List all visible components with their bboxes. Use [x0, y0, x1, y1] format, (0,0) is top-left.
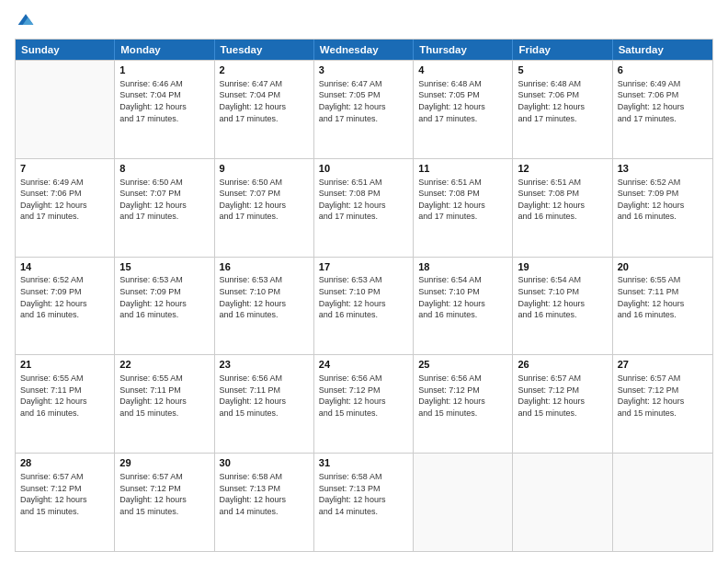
calendar-cell: 1Sunrise: 6:46 AM Sunset: 7:04 PM Daylig… — [115, 61, 214, 158]
day-number: 21 — [20, 358, 109, 372]
cell-info: Sunrise: 6:49 AM Sunset: 7:06 PM Dayligh… — [618, 78, 708, 124]
cell-info: Sunrise: 6:52 AM Sunset: 7:09 PM Dayligh… — [20, 274, 109, 320]
cell-info: Sunrise: 6:48 AM Sunset: 7:06 PM Dayligh… — [518, 78, 607, 124]
calendar-cell: 22Sunrise: 6:55 AM Sunset: 7:11 PM Dayli… — [115, 355, 214, 453]
calendar-cell — [16, 61, 115, 158]
weekday-header-thursday: Thursday — [414, 40, 513, 60]
calendar-cell: 16Sunrise: 6:53 AM Sunset: 7:10 PM Dayli… — [215, 258, 314, 355]
calendar-cell: 4Sunrise: 6:48 AM Sunset: 7:05 PM Daylig… — [414, 61, 513, 158]
cell-info: Sunrise: 6:58 AM Sunset: 7:13 PM Dayligh… — [319, 471, 408, 517]
calendar-cell: 14Sunrise: 6:52 AM Sunset: 7:09 PM Dayli… — [16, 258, 115, 355]
calendar-cell: 29Sunrise: 6:57 AM Sunset: 7:12 PM Dayli… — [115, 454, 214, 551]
cell-info: Sunrise: 6:57 AM Sunset: 7:12 PM Dayligh… — [119, 471, 209, 517]
calendar-cell: 18Sunrise: 6:54 AM Sunset: 7:10 PM Dayli… — [414, 258, 513, 355]
day-number: 18 — [418, 260, 507, 274]
calendar-cell: 21Sunrise: 6:55 AM Sunset: 7:11 PM Dayli… — [16, 355, 115, 453]
cell-info: Sunrise: 6:46 AM Sunset: 7:04 PM Dayligh… — [119, 78, 209, 124]
day-number: 28 — [20, 456, 109, 470]
day-number: 11 — [418, 162, 507, 176]
cell-info: Sunrise: 6:48 AM Sunset: 7:05 PM Dayligh… — [418, 78, 507, 124]
cell-info: Sunrise: 6:51 AM Sunset: 7:08 PM Dayligh… — [319, 177, 408, 223]
cell-info: Sunrise: 6:53 AM Sunset: 7:10 PM Dayligh… — [220, 274, 309, 320]
day-number: 16 — [220, 260, 309, 274]
calendar-cell: 27Sunrise: 6:57 AM Sunset: 7:12 PM Dayli… — [613, 355, 712, 453]
calendar-cell — [414, 454, 513, 551]
calendar-cell: 30Sunrise: 6:58 AM Sunset: 7:13 PM Dayli… — [215, 454, 314, 551]
page-header — [15, 11, 713, 29]
day-number: 2 — [220, 63, 309, 77]
day-number: 23 — [220, 358, 309, 372]
cell-info: Sunrise: 6:56 AM Sunset: 7:12 PM Dayligh… — [319, 373, 408, 419]
cell-info: Sunrise: 6:51 AM Sunset: 7:08 PM Dayligh… — [418, 177, 507, 223]
cell-info: Sunrise: 6:53 AM Sunset: 7:09 PM Dayligh… — [119, 274, 209, 320]
day-number: 25 — [418, 358, 507, 372]
calendar-cell — [613, 454, 712, 551]
cell-info: Sunrise: 6:57 AM Sunset: 7:12 PM Dayligh… — [518, 373, 607, 419]
calendar: SundayMondayTuesdayWednesdayThursdayFrid… — [15, 39, 713, 552]
calendar-cell: 23Sunrise: 6:56 AM Sunset: 7:11 PM Dayli… — [215, 355, 314, 453]
calendar-row-1: 7Sunrise: 6:49 AM Sunset: 7:06 PM Daylig… — [16, 158, 712, 257]
cell-info: Sunrise: 6:47 AM Sunset: 7:05 PM Dayligh… — [319, 78, 408, 124]
day-number: 15 — [119, 260, 209, 274]
day-number: 27 — [618, 358, 708, 372]
day-number: 30 — [220, 456, 309, 470]
day-number: 6 — [618, 63, 708, 77]
day-number: 17 — [319, 260, 408, 274]
cell-info: Sunrise: 6:53 AM Sunset: 7:10 PM Dayligh… — [319, 274, 408, 320]
cell-info: Sunrise: 6:57 AM Sunset: 7:12 PM Dayligh… — [20, 471, 109, 517]
calendar-row-3: 21Sunrise: 6:55 AM Sunset: 7:11 PM Dayli… — [16, 354, 712, 453]
day-number: 9 — [220, 162, 309, 176]
calendar-cell: 11Sunrise: 6:51 AM Sunset: 7:08 PM Dayli… — [414, 159, 513, 257]
day-number: 3 — [319, 63, 408, 77]
calendar-cell: 25Sunrise: 6:56 AM Sunset: 7:12 PM Dayli… — [414, 355, 513, 453]
calendar-row-2: 14Sunrise: 6:52 AM Sunset: 7:09 PM Dayli… — [16, 257, 712, 355]
calendar-cell: 8Sunrise: 6:50 AM Sunset: 7:07 PM Daylig… — [115, 159, 214, 257]
day-number: 5 — [518, 63, 607, 77]
calendar-row-0: 1Sunrise: 6:46 AM Sunset: 7:04 PM Daylig… — [16, 60, 712, 158]
day-number: 26 — [518, 358, 607, 372]
calendar-cell: 9Sunrise: 6:50 AM Sunset: 7:07 PM Daylig… — [215, 159, 314, 257]
day-number: 22 — [119, 358, 209, 372]
logo-icon — [17, 11, 35, 29]
cell-info: Sunrise: 6:54 AM Sunset: 7:10 PM Dayligh… — [418, 274, 507, 320]
cell-info: Sunrise: 6:52 AM Sunset: 7:09 PM Dayligh… — [618, 177, 708, 223]
cell-info: Sunrise: 6:55 AM Sunset: 7:11 PM Dayligh… — [119, 373, 209, 419]
calendar-header: SundayMondayTuesdayWednesdayThursdayFrid… — [16, 40, 712, 60]
weekday-header-tuesday: Tuesday — [215, 40, 314, 60]
cell-info: Sunrise: 6:54 AM Sunset: 7:10 PM Dayligh… — [518, 274, 607, 320]
calendar-cell: 12Sunrise: 6:51 AM Sunset: 7:08 PM Dayli… — [513, 159, 612, 257]
weekday-header-monday: Monday — [115, 40, 214, 60]
cell-info: Sunrise: 6:56 AM Sunset: 7:11 PM Dayligh… — [220, 373, 309, 419]
weekday-header-saturday: Saturday — [613, 40, 712, 60]
day-number: 13 — [618, 162, 708, 176]
calendar-cell: 6Sunrise: 6:49 AM Sunset: 7:06 PM Daylig… — [613, 61, 712, 158]
calendar-row-4: 28Sunrise: 6:57 AM Sunset: 7:12 PM Dayli… — [16, 453, 712, 551]
day-number: 24 — [319, 358, 408, 372]
cell-info: Sunrise: 6:51 AM Sunset: 7:08 PM Dayligh… — [518, 177, 607, 223]
calendar-cell — [513, 454, 612, 551]
day-number: 8 — [119, 162, 209, 176]
cell-info: Sunrise: 6:47 AM Sunset: 7:04 PM Dayligh… — [220, 78, 309, 124]
calendar-cell: 31Sunrise: 6:58 AM Sunset: 7:13 PM Dayli… — [314, 454, 414, 551]
day-number: 31 — [319, 456, 408, 470]
calendar-cell: 3Sunrise: 6:47 AM Sunset: 7:05 PM Daylig… — [314, 61, 414, 158]
calendar-cell: 26Sunrise: 6:57 AM Sunset: 7:12 PM Dayli… — [513, 355, 612, 453]
cell-info: Sunrise: 6:49 AM Sunset: 7:06 PM Dayligh… — [20, 177, 109, 223]
cell-info: Sunrise: 6:55 AM Sunset: 7:11 PM Dayligh… — [20, 373, 109, 419]
calendar-cell: 15Sunrise: 6:53 AM Sunset: 7:09 PM Dayli… — [115, 258, 214, 355]
calendar-cell: 2Sunrise: 6:47 AM Sunset: 7:04 PM Daylig… — [215, 61, 314, 158]
cell-info: Sunrise: 6:58 AM Sunset: 7:13 PM Dayligh… — [220, 471, 309, 517]
cell-info: Sunrise: 6:50 AM Sunset: 7:07 PM Dayligh… — [220, 177, 309, 223]
calendar-cell: 19Sunrise: 6:54 AM Sunset: 7:10 PM Dayli… — [513, 258, 612, 355]
calendar-cell: 5Sunrise: 6:48 AM Sunset: 7:06 PM Daylig… — [513, 61, 612, 158]
calendar-cell: 13Sunrise: 6:52 AM Sunset: 7:09 PM Dayli… — [613, 159, 712, 257]
calendar-cell: 10Sunrise: 6:51 AM Sunset: 7:08 PM Dayli… — [314, 159, 414, 257]
cell-info: Sunrise: 6:57 AM Sunset: 7:12 PM Dayligh… — [618, 373, 708, 419]
calendar-cell: 20Sunrise: 6:55 AM Sunset: 7:11 PM Dayli… — [613, 258, 712, 355]
day-number: 12 — [518, 162, 607, 176]
calendar-cell: 28Sunrise: 6:57 AM Sunset: 7:12 PM Dayli… — [16, 454, 115, 551]
day-number: 14 — [20, 260, 109, 274]
day-number: 20 — [618, 260, 708, 274]
logo — [15, 11, 35, 29]
calendar-body: 1Sunrise: 6:46 AM Sunset: 7:04 PM Daylig… — [16, 60, 712, 551]
